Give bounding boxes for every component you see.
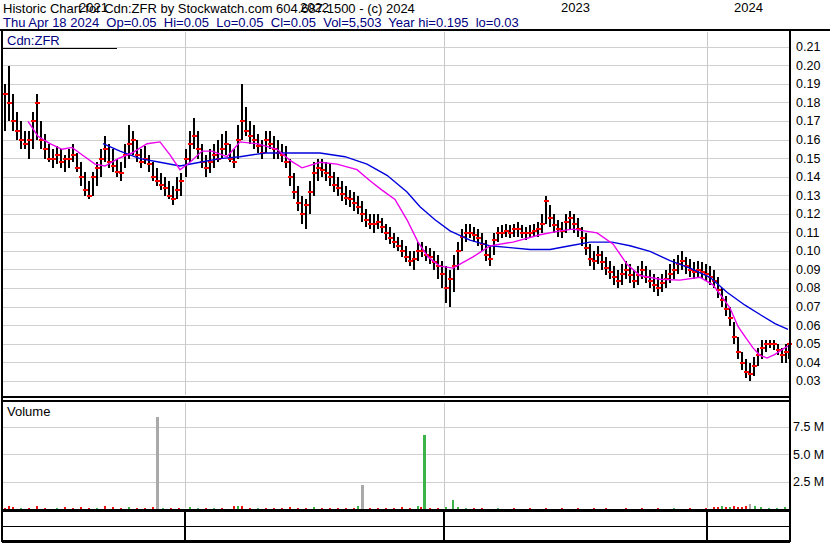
price-tick-label: 0.18 xyxy=(796,96,820,110)
price-tick-label: 0.10 xyxy=(796,244,820,258)
price-tick-label: 0.19 xyxy=(796,77,820,91)
price-tick-label: 0.14 xyxy=(796,170,820,184)
price-tick-label: 0.03 xyxy=(796,374,820,388)
price-tick-label: 0.16 xyxy=(796,133,820,147)
volume-panel-label: Volume xyxy=(7,404,50,419)
year-label-2022: 2022 xyxy=(280,0,350,15)
year-label-2021: 2021 xyxy=(59,0,129,15)
price-tick-label: 0.17 xyxy=(796,114,820,128)
volume-tick-label: 5.0 M xyxy=(793,448,824,462)
volume-tick-label: 7.5 M xyxy=(793,420,824,434)
year-label-2023: 2023 xyxy=(541,0,611,15)
price-tick-label: 0.08 xyxy=(796,281,820,295)
price-tick-label: 0.04 xyxy=(796,356,820,370)
stock-chart-page: Historic Chart for Cdn:ZFR by Stockwatch… xyxy=(0,0,830,543)
price-volume-chart xyxy=(0,0,830,543)
year-label-2024: 2024 xyxy=(714,0,784,15)
price-tick-label: 0.09 xyxy=(796,263,820,277)
price-tick-label: 0.13 xyxy=(796,189,820,203)
price-tick-label: 0.15 xyxy=(796,152,820,166)
price-tick-label: 0.11 xyxy=(796,226,819,240)
price-tick-label: 0.07 xyxy=(796,300,820,314)
price-tick-label: 0.05 xyxy=(796,337,820,351)
price-tick-label: 0.21 xyxy=(796,40,820,54)
price-tick-label: 0.06 xyxy=(796,319,820,333)
price-tick-label: 0.12 xyxy=(796,207,820,221)
volume-tick-label: 2.5 M xyxy=(793,475,824,489)
price-tick-label: 0.20 xyxy=(796,59,820,73)
symbol-label: Cdn:ZFR xyxy=(7,33,60,48)
